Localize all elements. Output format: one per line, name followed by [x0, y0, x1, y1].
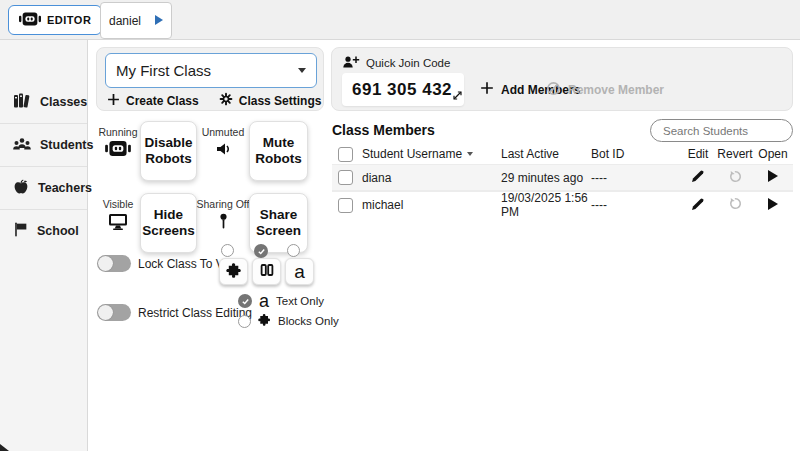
revert-icon [728, 169, 743, 187]
create-class-label: Create Class [126, 94, 199, 108]
view-mode-blocks[interactable] [219, 244, 250, 285]
restrict-editing-toggle[interactable] [97, 304, 131, 321]
disable-robots-button[interactable]: Disable Robots [140, 121, 197, 181]
plus-icon [107, 93, 120, 109]
sidebar-item-label: School [37, 224, 79, 238]
audio-status: Unmuted [197, 126, 249, 161]
radio-selected-icon[interactable] [238, 294, 252, 308]
screens-status: Visible [96, 198, 140, 235]
quick-join-label: Quick Join Code [366, 57, 450, 69]
class-select-dropdown[interactable]: My First Class [105, 53, 317, 88]
editor-button[interactable]: EDITOR [8, 5, 102, 35]
play-icon [768, 170, 778, 185]
user-tab-daniel[interactable]: daniel [100, 2, 172, 39]
hide-screens-button[interactable]: Hide Screens [140, 193, 197, 253]
corner-artifact [0, 444, 9, 451]
revert-button[interactable] [728, 196, 743, 214]
view-mode-split[interactable] [252, 244, 283, 285]
lock-class-toggle[interactable] [97, 255, 131, 272]
sidebar: Classes Students Teachers School [0, 40, 88, 451]
split-view-icon [259, 262, 275, 282]
cell-bot-id: ---- [591, 198, 679, 212]
sidebar-item-students[interactable]: Students [0, 123, 87, 166]
table-row: michael 19/03/2025 1:56 PM ---- [332, 191, 793, 218]
create-class-button[interactable]: Create Class [107, 92, 199, 109]
chevron-down-icon [298, 68, 306, 73]
revert-button[interactable] [728, 169, 743, 187]
quick-join-code[interactable]: 691 305 432 [342, 73, 464, 106]
speaker-icon [215, 141, 232, 161]
expand-icon[interactable] [452, 87, 463, 105]
sidebar-item-label: Teachers [38, 181, 92, 195]
option-text-only[interactable]: a Text Only [238, 291, 339, 311]
remove-member-label: Remove Member [568, 83, 664, 97]
radio-unselected-icon[interactable] [221, 244, 234, 257]
person-add-icon [342, 55, 360, 71]
robot-icon [19, 12, 41, 28]
option-blocks-only[interactable]: Blocks Only [238, 311, 339, 331]
members-table-header: Student Username Last Active Bot ID Edit… [332, 144, 793, 164]
class-select-card: My First Class Create Class Class Settin… [96, 47, 324, 111]
sort-caret-icon [467, 152, 473, 156]
flag-icon [12, 221, 29, 241]
pencil-icon [691, 197, 705, 214]
column-student-username[interactable]: Student Username [362, 147, 501, 161]
row-checkbox[interactable] [338, 198, 353, 213]
row-checkbox[interactable] [338, 170, 353, 185]
mute-robots-button[interactable]: Mute Robots [249, 121, 308, 181]
gear-icon [219, 92, 233, 109]
monitor-icon [107, 213, 129, 235]
screens-status-label: Visible [103, 198, 134, 210]
text-icon: a [259, 292, 269, 310]
edit-button[interactable] [691, 169, 705, 186]
apple-icon [12, 178, 30, 199]
cell-last-active: 29 minutes ago [501, 171, 591, 185]
class-settings-label: Class Settings [239, 94, 322, 108]
revert-icon [728, 196, 743, 214]
remove-member-button[interactable]: Remove Member [546, 73, 664, 106]
sidebar-item-school[interactable]: School [0, 209, 87, 252]
text-only-label: Text Only [276, 295, 324, 307]
cell-username: michael [362, 198, 501, 212]
restrict-editing-label: Restrict Class Editing [138, 306, 252, 320]
plus-icon [480, 81, 494, 98]
class-members-title: Class Members [332, 122, 435, 138]
view-mode-group: a [219, 244, 316, 285]
radio-unselected-icon[interactable] [287, 244, 300, 257]
robots-status-label: Running [98, 126, 137, 138]
sidebar-item-classes[interactable]: Classes [0, 80, 87, 123]
column-last-active: Last Active [501, 147, 591, 161]
selected-class-name: My First Class [116, 62, 211, 79]
books-icon [12, 91, 32, 112]
table-row: diana 29 minutes ago ---- [332, 164, 793, 191]
puzzle-icon [226, 262, 242, 282]
view-mode-text[interactable]: a [285, 244, 316, 285]
open-button[interactable] [768, 170, 778, 185]
circle-slash-icon [546, 81, 561, 99]
editor-label: EDITOR [47, 14, 91, 26]
text-icon: a [294, 262, 305, 281]
cell-last-active: 19/03/2025 1:56 PM [501, 191, 591, 219]
robots-status: Running [96, 126, 140, 160]
audio-status-label: Unmuted [202, 126, 245, 138]
sidebar-item-label: Students [40, 138, 93, 152]
puzzle-icon [258, 312, 271, 330]
cell-username: diana [362, 171, 501, 185]
column-bot-id: Bot ID [591, 147, 679, 161]
run-play-icon[interactable] [155, 14, 163, 28]
class-settings-button[interactable]: Class Settings [219, 92, 322, 109]
select-all-checkbox[interactable] [338, 147, 353, 162]
sidebar-item-teachers[interactable]: Teachers [0, 166, 87, 209]
toggle-knob [98, 305, 113, 320]
column-edit: Edit [679, 147, 717, 161]
column-revert: Revert [717, 147, 753, 161]
top-bar: EDITOR daniel [0, 0, 800, 40]
pin-icon [219, 213, 228, 234]
column-open: Open [753, 147, 793, 161]
user-tab-label: daniel [109, 14, 141, 28]
radio-selected-icon[interactable] [254, 244, 268, 258]
search-students-input[interactable] [650, 119, 793, 142]
edit-button[interactable] [691, 197, 705, 214]
radio-unselected-icon[interactable] [238, 315, 251, 328]
open-button[interactable] [768, 198, 778, 213]
